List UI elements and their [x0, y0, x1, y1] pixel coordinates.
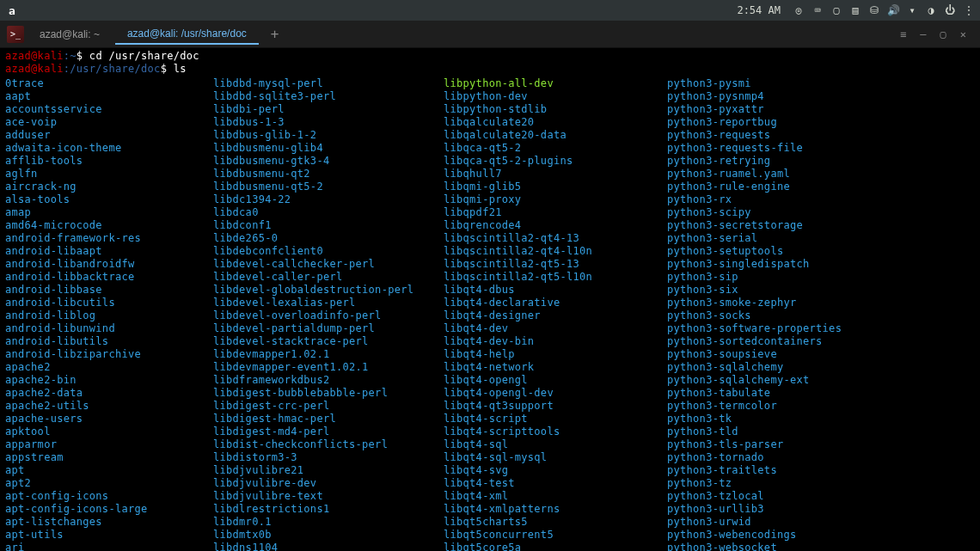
list-item: python3-scipy: [667, 206, 975, 219]
list-item: android-framework-res: [5, 232, 213, 245]
window-controls: ≡ — ▢ ✕: [900, 28, 973, 40]
list-item: python3-urwid: [667, 516, 975, 529]
list-item: android-libcutils: [5, 297, 213, 309]
desktop-topbar: a 2:54 AM ◎ ⌨ ▢ ▤ ⛁ 🔊 ▾ ◑ ⏻ ⋮: [0, 0, 980, 21]
list-item: python3-urllib3: [667, 503, 975, 516]
list-item: libqt4-xmlpatterns: [444, 503, 667, 516]
ls-column-1: 0traceaaptaccountsserviceace-voipadduser…: [5, 77, 213, 551]
list-item: libqt4-test: [444, 477, 667, 490]
list-item: libqca-qt5-2: [444, 142, 667, 155]
list-item: python3-tz: [667, 477, 975, 490]
list-item: python3-pysnmp4: [667, 90, 975, 103]
list-item: libdc1394-22: [213, 193, 444, 206]
list-item: libdbusmenu-gtk3-4: [213, 155, 444, 168]
list-item: apt-config-icons-large: [5, 503, 213, 516]
list-item: libdbusmenu-qt2: [213, 168, 444, 181]
terminal-body[interactable]: azad@kali:~$ cd /usr/share/doc azad@kali…: [0, 48, 980, 551]
list-item: python3-tld: [667, 425, 975, 438]
list-item: libdbd-mysql-perl: [213, 77, 444, 90]
list-item: python3-retrying: [667, 155, 975, 168]
settings-icon[interactable]: ◑: [925, 4, 937, 16]
list-item: python3-websocket: [667, 542, 975, 551]
list-item: libqscintilla2-qt4-l10n: [444, 245, 667, 258]
list-item: libqhull7: [444, 168, 667, 181]
list-item: apt2: [5, 477, 213, 490]
list-item: libdca0: [213, 206, 444, 219]
list-item: libqt5core5a: [444, 542, 667, 551]
list-item: python3-traitlets: [667, 464, 975, 477]
list-item: libdigest-hmac-perl: [213, 413, 444, 425]
list-item: 0trace: [5, 77, 213, 90]
list-item: appstream: [5, 451, 213, 464]
list-item: libdevel-overloadinfo-perl: [213, 309, 444, 322]
list-item: libqt4-svg: [444, 464, 667, 477]
minimize-button[interactable]: —: [920, 28, 926, 40]
list-item: libdlrestrictions1: [213, 503, 444, 516]
list-item: ari: [5, 542, 213, 551]
list-item: python3-soupsieve: [667, 348, 975, 361]
list-item: libdigest-crc-perl: [213, 400, 444, 413]
clipboard-icon[interactable]: ▤: [849, 4, 861, 16]
tab-home[interactable]: azad@kali: ~: [28, 25, 112, 44]
app-menu-icon[interactable]: a: [5, 3, 19, 17]
list-item: python3-ruamel.yaml: [667, 168, 975, 181]
list-item: libqt4-dev-bin: [444, 335, 667, 348]
list-item: python3-six: [667, 284, 975, 297]
list-item: libqt4-declarative: [444, 297, 667, 309]
list-item: libqca-qt5-2-plugins: [444, 155, 667, 168]
list-item: python3-pyxattr: [667, 103, 975, 116]
list-item: libdmtx0b: [213, 529, 444, 542]
add-tab-button[interactable]: +: [262, 22, 288, 46]
list-item: libpython-all-dev: [444, 77, 667, 90]
disk-icon[interactable]: ⛁: [868, 4, 880, 16]
list-item: apt: [5, 464, 213, 477]
list-item: libqt4-script: [444, 413, 667, 425]
power-icon[interactable]: ⏻: [944, 4, 956, 16]
maximize-button[interactable]: ▢: [940, 28, 946, 40]
list-item: python3-sqlalchemy: [667, 361, 975, 374]
list-item: android-libbacktrace: [5, 271, 213, 284]
window-menu-icon[interactable]: ≡: [900, 28, 906, 40]
list-item: python3-tls-parser: [667, 438, 975, 451]
list-item: android-libbase: [5, 284, 213, 297]
list-item: android-liblog: [5, 309, 213, 322]
list-item: libqt4-sql: [444, 438, 667, 451]
chrome-icon[interactable]: ◎: [793, 4, 805, 16]
list-item: android-libutils: [5, 335, 213, 348]
list-item: libdevmapper1.02.1: [213, 348, 444, 361]
terminal-app-icon[interactable]: >_: [7, 26, 24, 43]
list-item: libqscintilla2-qt5-13: [444, 258, 667, 271]
display-icon[interactable]: ▢: [830, 4, 842, 16]
prompt-line-1: azad@kali:~$ cd /usr/share/doc: [5, 50, 975, 63]
list-item: python3-serial: [667, 232, 975, 245]
list-item: libdjvulibre21: [213, 464, 444, 477]
list-item: libdjvulibre-dev: [213, 477, 444, 490]
list-item: libdevel-callchecker-perl: [213, 258, 444, 271]
list-item: android-libaapt: [5, 245, 213, 258]
list-item: apparmor: [5, 438, 213, 451]
list-item: adwaita-icon-theme: [5, 142, 213, 155]
list-item: libdevel-globaldestruction-perl: [213, 284, 444, 297]
list-item: libdebconfclient0: [213, 245, 444, 258]
list-item: libqscintilla2-qt5-l10n: [444, 271, 667, 284]
menu-dots-icon[interactable]: ⋮: [963, 4, 975, 16]
list-item: libdjvulibre-text: [213, 490, 444, 503]
list-item: apache2: [5, 361, 213, 374]
list-item: libqmi-glib5: [444, 181, 667, 193]
clock[interactable]: 2:54 AM: [737, 4, 781, 16]
keyboard-icon[interactable]: ⌨: [812, 4, 824, 16]
list-item: libde265-0: [213, 232, 444, 245]
volume-icon[interactable]: 🔊: [887, 4, 899, 16]
close-button[interactable]: ✕: [960, 28, 966, 40]
tab-doc[interactable]: azad@kali: /usr/share/doc: [115, 24, 259, 45]
list-item: libdns1104: [213, 542, 444, 551]
prompt-line-2: azad@kali:/usr/share/doc$ ls: [5, 63, 975, 76]
list-item: aapt: [5, 90, 213, 103]
ls-column-2: libdbd-mysql-perllibdbd-sqlite3-perllibd…: [213, 77, 444, 551]
list-item: python3-termcolor: [667, 400, 975, 413]
chevron-down-icon[interactable]: ▾: [906, 4, 918, 16]
list-item: libqt4-scripttools: [444, 425, 667, 438]
list-item: libdistorm3-3: [213, 451, 444, 464]
list-item: libpython-stdlib: [444, 103, 667, 116]
list-item: afflib-tools: [5, 155, 213, 168]
